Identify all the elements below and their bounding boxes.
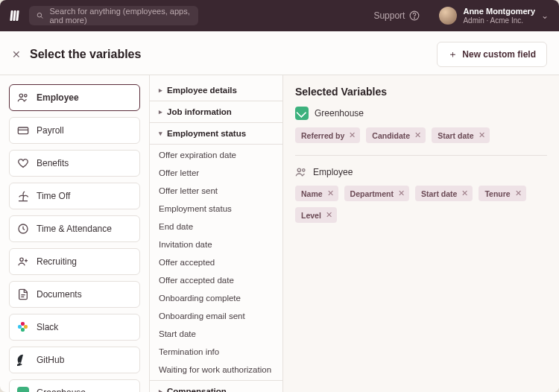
field-item[interactable]: Employment status bbox=[150, 200, 282, 218]
field-item[interactable]: Start date bbox=[150, 325, 282, 343]
field-item[interactable]: Invitation date bbox=[150, 235, 282, 253]
sidebar-item-recruiting[interactable]: Recruiting bbox=[9, 248, 140, 275]
field-item[interactable]: Offer accepted bbox=[150, 253, 282, 271]
chip-remove-icon[interactable]: ✕ bbox=[414, 130, 421, 140]
field-item[interactable]: Offer accepted date bbox=[150, 271, 282, 289]
field-item[interactable]: Offer letter sent bbox=[150, 182, 282, 200]
field-item[interactable]: Termination info bbox=[150, 343, 282, 361]
selected-title: Selected Variables bbox=[295, 86, 547, 98]
sidebar-item-employee[interactable]: Employee bbox=[9, 84, 140, 111]
field-group-employee-details[interactable]: ▸Employee details bbox=[150, 81, 282, 99]
chip-remove-icon[interactable]: ✕ bbox=[479, 130, 485, 140]
field-group-employment-status[interactable]: ▾Employment status bbox=[150, 124, 282, 142]
field-item[interactable]: End date bbox=[150, 218, 282, 235]
slack-icon bbox=[17, 321, 29, 333]
clock-icon bbox=[17, 223, 29, 235]
chip-remove-icon[interactable]: ✕ bbox=[327, 189, 334, 198]
chip[interactable]: Name✕ bbox=[295, 186, 338, 201]
svg-point-9 bbox=[20, 258, 23, 261]
field-item[interactable]: Waiting for work authorization bbox=[150, 361, 282, 379]
sidebar-item-time-attendance[interactable]: Time & Attendance bbox=[9, 215, 140, 242]
support-link[interactable]: Support bbox=[373, 10, 420, 21]
avatar bbox=[439, 7, 457, 25]
svg-point-15 bbox=[303, 169, 305, 171]
user-name: Anne Montgomery bbox=[463, 7, 535, 16]
close-icon[interactable]: ✕ bbox=[12, 48, 21, 60]
field-list[interactable]: ▸Employee details ▸Job information ▾Empl… bbox=[149, 75, 283, 392]
document-icon bbox=[17, 288, 29, 300]
field-group-compensation[interactable]: ▸Compensation bbox=[150, 382, 282, 392]
svg-rect-6 bbox=[18, 127, 28, 134]
chip-remove-icon[interactable]: ✕ bbox=[398, 189, 405, 198]
greenhouse-icon bbox=[17, 387, 29, 392]
svg-point-5 bbox=[25, 95, 27, 97]
field-item[interactable]: Offer letter bbox=[150, 164, 282, 182]
caret-right-icon: ▸ bbox=[159, 108, 162, 116]
greenhouse-icon bbox=[295, 107, 309, 120]
svg-line-1 bbox=[41, 16, 42, 18]
chip[interactable]: Start date✕ bbox=[432, 127, 489, 143]
search-input[interactable]: Search for anything (employees, apps, an… bbox=[29, 6, 198, 25]
selected-group-greenhouse: Greenhouse Referred by✕ Candidate✕ Start… bbox=[295, 107, 547, 143]
category-sidebar: Employee Payroll Benefits Time Off bbox=[0, 75, 149, 392]
field-item[interactable]: Onboarding email sent bbox=[150, 307, 282, 325]
field-item[interactable]: Offer expiration date bbox=[150, 146, 282, 164]
search-icon bbox=[37, 11, 43, 20]
chevron-down-icon: ⌄ bbox=[541, 10, 549, 21]
chip[interactable]: Level✕ bbox=[295, 207, 337, 223]
github-icon bbox=[17, 354, 29, 366]
selected-panel: Selected Variables Greenhouse Referred b… bbox=[283, 75, 559, 392]
field-item[interactable]: Onboarding complete bbox=[150, 289, 282, 307]
new-custom-field-button[interactable]: ＋ New custom field bbox=[437, 42, 547, 67]
chip[interactable]: Tenure✕ bbox=[479, 186, 525, 201]
user-menu[interactable]: Anne Montgomery Admin · Acme Inc. ⌄ bbox=[439, 7, 549, 25]
chip-remove-icon[interactable]: ✕ bbox=[461, 189, 468, 198]
sidebar-item-slack[interactable]: Slack bbox=[9, 314, 140, 341]
plus-icon: ＋ bbox=[448, 48, 458, 61]
sidebar-item-timeoff[interactable]: Time Off bbox=[9, 183, 140, 209]
field-group-job-information[interactable]: ▸Job information bbox=[150, 103, 282, 121]
app-window: Search for anything (employees, apps, an… bbox=[0, 0, 559, 392]
sidebar-item-documents[interactable]: Documents bbox=[9, 281, 140, 308]
main-body: Employee Payroll Benefits Time Off bbox=[0, 75, 559, 392]
sidebar-item-payroll[interactable]: Payroll bbox=[9, 117, 140, 144]
chip-remove-icon[interactable]: ✕ bbox=[349, 130, 356, 140]
svg-point-0 bbox=[37, 13, 41, 16]
user-subtitle: Admin · Acme Inc. bbox=[463, 16, 535, 25]
caret-down-icon: ▾ bbox=[159, 130, 162, 137]
chip[interactable]: Start date✕ bbox=[415, 186, 473, 201]
card-icon bbox=[17, 124, 29, 136]
top-header: Search for anything (employees, apps, an… bbox=[0, 0, 559, 31]
caret-right-icon: ▸ bbox=[159, 86, 162, 94]
logo-icon bbox=[10, 10, 19, 21]
sidebar-item-benefits[interactable]: Benefits bbox=[9, 150, 140, 177]
chip-remove-icon[interactable]: ✕ bbox=[326, 210, 332, 220]
search-placeholder: Search for anything (employees, apps, an… bbox=[49, 7, 191, 25]
help-icon bbox=[409, 10, 420, 21]
heart-icon bbox=[17, 157, 29, 169]
palm-icon bbox=[17, 190, 29, 202]
svg-point-4 bbox=[19, 94, 22, 97]
people-icon bbox=[295, 166, 307, 178]
chip[interactable]: Candidate✕ bbox=[366, 127, 426, 143]
selected-group-employee: Employee Name✕ Department✕ Start date✕ T… bbox=[295, 166, 547, 223]
svg-point-3 bbox=[414, 18, 415, 19]
caret-right-icon: ▸ bbox=[159, 388, 162, 392]
sidebar-item-greenhouse[interactable]: Greenhouse bbox=[9, 379, 140, 392]
chip-remove-icon[interactable]: ✕ bbox=[515, 189, 522, 198]
chip[interactable]: Department✕ bbox=[344, 186, 409, 201]
chip[interactable]: Referred by✕ bbox=[295, 127, 360, 143]
people-icon bbox=[17, 92, 29, 104]
page-title: Select the variables bbox=[30, 48, 141, 61]
svg-point-14 bbox=[297, 168, 300, 171]
title-bar: ✕ Select the variables ＋ New custom fiel… bbox=[0, 31, 559, 75]
sidebar-item-github[interactable]: GitHub bbox=[9, 347, 140, 373]
person-add-icon bbox=[17, 256, 29, 268]
